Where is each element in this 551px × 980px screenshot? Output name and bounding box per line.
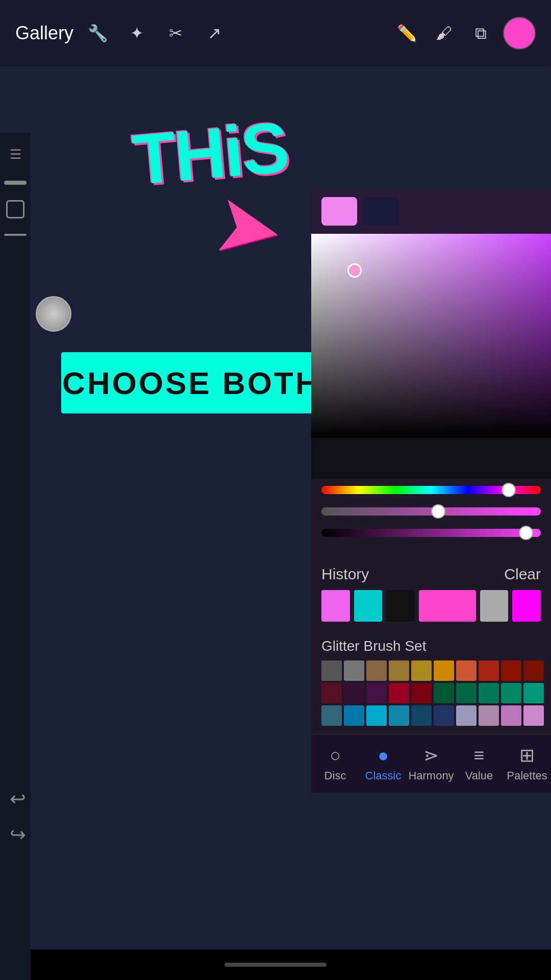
color-panel: History Clear Glitter Brush Set	[311, 189, 551, 793]
gradient-handle[interactable]	[347, 263, 362, 278]
palette-cell[interactable]	[501, 660, 521, 681]
palette-cell[interactable]	[479, 660, 499, 681]
hue-slider[interactable]	[321, 486, 541, 494]
saturation-slider[interactable]	[321, 507, 541, 516]
palette-section: Glitter Brush Set	[311, 630, 551, 734]
history-header: History Clear	[321, 566, 541, 583]
hue-thumb[interactable]	[502, 483, 516, 497]
smudge-icon[interactable]: 🖌	[430, 19, 458, 47]
color-swatches-top	[311, 189, 551, 234]
tab-palettes[interactable]: ⊞ Palettes	[503, 740, 551, 788]
palette-cell[interactable]	[434, 660, 454, 681]
palette-cell[interactable]	[434, 683, 454, 703]
tab-classic[interactable]: ● Classic	[359, 740, 407, 788]
canvas-area[interactable]: ☰ THiS ➤ Choose Both Colors	[0, 66, 551, 980]
magic-wand-icon[interactable]: ✦	[122, 19, 151, 47]
home-indicator	[224, 963, 327, 967]
gallery-button[interactable]: Gallery	[15, 22, 73, 44]
history-color-4[interactable]	[419, 590, 475, 622]
palette-cell[interactable]	[523, 705, 544, 726]
harmony-label: Harmony	[408, 769, 454, 782]
saturation-thumb[interactable]	[431, 504, 445, 519]
move-icon[interactable]: ↗	[200, 19, 229, 47]
disc-icon: ○	[330, 745, 341, 766]
bottom-bar	[0, 949, 551, 980]
toolbar: Gallery 🔧 ✦ ✂ ↗ ✏️ 🖌 ⧉	[0, 0, 551, 66]
brush-size-large[interactable]	[4, 181, 27, 185]
palette-cell[interactable]	[411, 705, 432, 726]
palette-cell[interactable]	[344, 660, 364, 681]
palette-cell[interactable]	[523, 660, 544, 681]
classic-label: Classic	[365, 769, 402, 782]
color-gradient-picker[interactable]	[311, 234, 551, 438]
menu-icon[interactable]: ☰	[4, 143, 27, 165]
palette-cell[interactable]	[321, 705, 342, 726]
history-label: History	[321, 566, 369, 583]
palette-grid	[321, 660, 541, 726]
wrench-icon[interactable]: 🔧	[84, 19, 112, 47]
palette-cell[interactable]	[366, 683, 387, 703]
palette-cell[interactable]	[456, 683, 477, 703]
palettes-label: Palettes	[507, 769, 547, 782]
palette-cell[interactable]	[501, 705, 521, 726]
hue-slider-row	[321, 486, 541, 499]
history-color-1[interactable]	[321, 590, 350, 622]
palette-cell[interactable]	[366, 660, 387, 681]
history-color-3[interactable]	[386, 590, 415, 622]
undo-redo-controls: ↩ ↪	[5, 786, 31, 847]
palette-cell[interactable]	[501, 683, 521, 703]
color-picker-circle[interactable]	[503, 17, 536, 50]
palette-cell[interactable]	[344, 705, 364, 726]
palette-cell[interactable]	[434, 705, 454, 726]
palette-cell[interactable]	[456, 660, 477, 681]
palette-cell[interactable]	[389, 660, 409, 681]
classic-icon: ●	[378, 745, 389, 766]
palette-cell[interactable]	[321, 660, 342, 681]
redo-button[interactable]: ↪	[5, 822, 31, 847]
palette-cell[interactable]	[366, 705, 387, 726]
toolbar-right: ✏️ 🖌 ⧉	[393, 17, 536, 50]
palette-cell[interactable]	[456, 705, 477, 726]
value-icon: ≡	[473, 745, 484, 766]
palette-cell[interactable]	[321, 683, 342, 703]
tab-disc[interactable]: ○ Disc	[311, 740, 359, 788]
palette-cell[interactable]	[344, 683, 364, 703]
active-color-swatch[interactable]	[321, 197, 357, 226]
brush-icon[interactable]: ✏️	[393, 19, 421, 47]
selection-tool[interactable]	[6, 200, 24, 218]
clear-button[interactable]: Clear	[504, 566, 541, 583]
value-slider-row	[321, 529, 541, 542]
history-color-2[interactable]	[354, 590, 383, 622]
scissors-icon[interactable]: ✂	[161, 19, 190, 47]
gradient-background	[311, 234, 551, 438]
palette-cell[interactable]	[389, 683, 409, 703]
palette-cell[interactable]	[479, 683, 499, 703]
canvas-handle[interactable]	[36, 296, 71, 332]
palette-cell[interactable]	[389, 705, 409, 726]
palette-cell[interactable]	[411, 683, 432, 703]
palettes-icon: ⊞	[519, 745, 535, 766]
value-label: Value	[465, 769, 493, 782]
history-color-6[interactable]	[512, 590, 541, 622]
harmony-icon: ⋗	[423, 745, 439, 766]
brush-size-small[interactable]	[4, 234, 27, 236]
palette-cell[interactable]	[523, 683, 544, 703]
dark-section	[311, 438, 551, 479]
layers-icon[interactable]: ⧉	[466, 19, 495, 47]
history-color-5[interactable]	[480, 590, 509, 622]
palette-cell[interactable]	[479, 705, 499, 726]
sliders-section	[311, 479, 551, 557]
history-section: History Clear	[311, 557, 551, 630]
palette-label: Glitter Brush Set	[321, 638, 541, 654]
tab-value[interactable]: ≡ Value	[455, 740, 503, 788]
secondary-color-swatch[interactable]	[363, 197, 399, 226]
saturation-slider-row	[321, 507, 541, 521]
history-colors	[321, 590, 541, 622]
undo-button[interactable]: ↩	[5, 786, 31, 812]
color-tabs: ○ Disc ● Classic ⋗ Harmony ≡ Value ⊞ Pal…	[311, 734, 551, 793]
left-sidebar: ☰	[0, 133, 31, 980]
value-thumb[interactable]	[519, 526, 533, 540]
tab-harmony[interactable]: ⋗ Harmony	[407, 740, 455, 788]
value-slider[interactable]	[321, 529, 541, 537]
palette-cell[interactable]	[411, 660, 432, 681]
